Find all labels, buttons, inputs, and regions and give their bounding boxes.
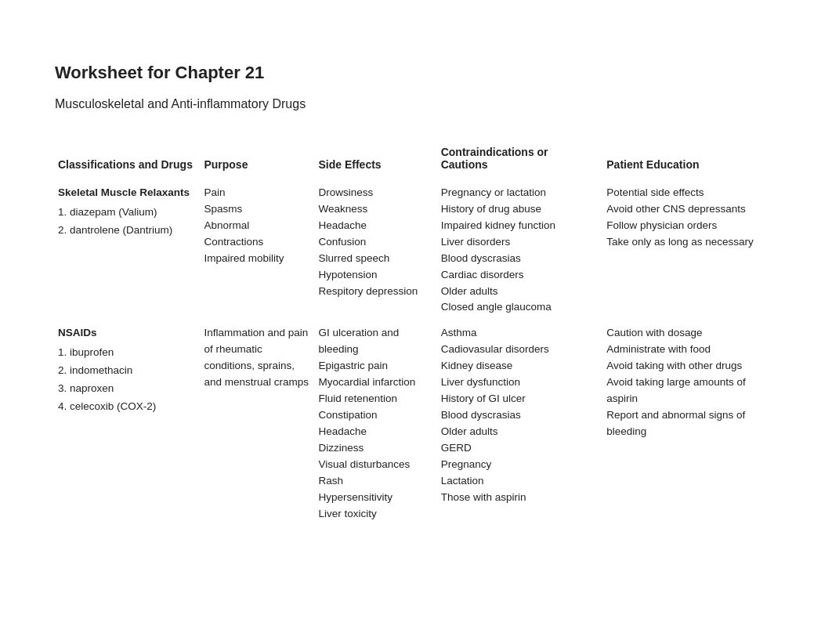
cell-classification: Skeletal Muscle Relaxants1. diazepam (Va… [55,180,201,320]
cell-patient-education: Caution with dosage Administrate with fo… [603,320,777,526]
header-contraindications: Contraindications or Cautions [438,143,604,180]
table-row: NSAIDs1. ibuprofen2. indomethacin3. napr… [55,320,777,526]
page-subtitle: Musculoskeletal and Anti-inflammatory Dr… [55,97,777,111]
main-table: Classifications and Drugs Purpose Side E… [55,143,777,526]
cell-purpose: Pain Spasms Abnormal Contractions Impair… [201,180,315,320]
section-label: Skeletal Muscle Relaxants [58,185,194,201]
header-classification: Classifications and Drugs [55,143,201,180]
drug-item: 3. naproxen [58,381,194,397]
page-title: Worksheet for Chapter 21 [55,63,777,83]
cell-contraindications: Asthma Cadiovasular disorders Kidney dis… [438,320,604,526]
cell-side-effects: GI ulceration and bleeding Epigastric pa… [316,320,438,526]
header-side-effects: Side Effects [316,143,438,180]
section-label: NSAIDs [58,325,194,342]
drug-item: 1. diazepam (Valium) [58,204,194,221]
drug-item: 2. indomethacin [58,363,194,379]
drug-item: 2. dantrolene (Dantrium) [58,223,194,239]
drug-item: 4. celecoxib (COX-2) [58,399,194,415]
cell-contraindications: Pregnancy or lactation History of drug a… [438,180,604,320]
header-purpose: Purpose [201,143,315,180]
header-patient-education: Patient Education [603,143,777,180]
cell-patient-education: Potential side effects Avoid other CNS d… [603,180,777,320]
drug-item: 1. ibuprofen [58,345,194,361]
cell-side-effects: Drowsiness Weakness Headache Confusion S… [316,180,438,320]
table-row: Skeletal Muscle Relaxants1. diazepam (Va… [55,180,777,320]
cell-classification: NSAIDs1. ibuprofen2. indomethacin3. napr… [55,320,201,526]
cell-purpose: Inflammation and pain of rheumatic condi… [201,320,315,526]
